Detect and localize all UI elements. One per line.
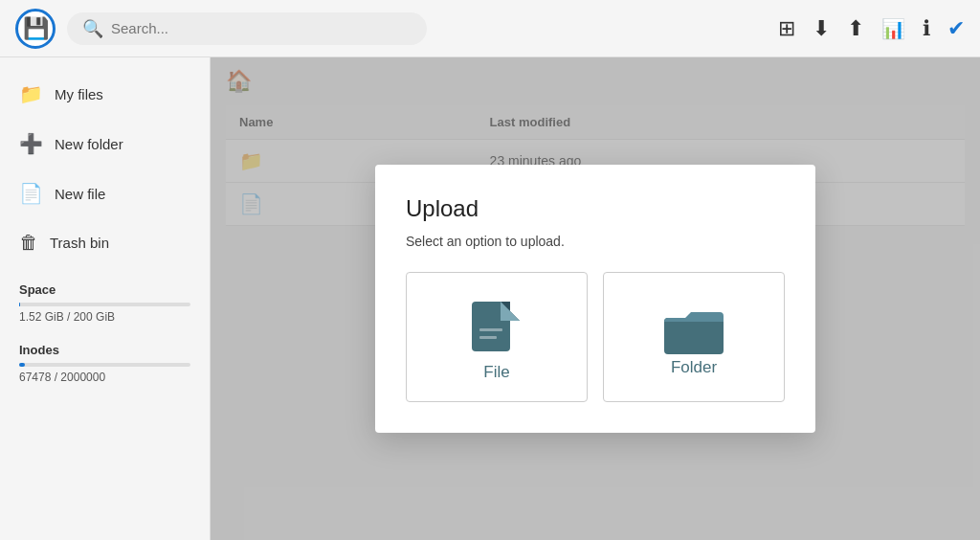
- inodes-fill: [19, 363, 25, 367]
- add-folder-icon: ➕: [19, 132, 43, 155]
- sidebar-item-label: New file: [55, 186, 105, 202]
- sidebar: 📁 My files ➕ New folder 📄 New file 🗑 Tra…: [0, 57, 211, 540]
- sidebar-item-my-files[interactable]: 📁 My files: [0, 69, 210, 119]
- inodes-bar: [19, 363, 190, 367]
- grid-view-icon[interactable]: ⊞: [778, 16, 795, 41]
- folder-icon: 📁: [19, 82, 43, 105]
- sidebar-item-label: My files: [55, 86, 103, 102]
- download-icon[interactable]: ⬇: [813, 16, 830, 41]
- sidebar-item-label: Trash bin: [50, 235, 109, 251]
- content-area: 🏠 Name Last modified 📁 23 minutes ago: [211, 57, 980, 540]
- svg-rect-4: [479, 336, 497, 339]
- search-icon: 🔍: [82, 18, 103, 39]
- dialog-subtitle: Select an option to upload.: [406, 234, 785, 249]
- upload-folder-option[interactable]: Folder: [603, 272, 785, 402]
- search-input[interactable]: [111, 20, 412, 36]
- add-file-icon: 📄: [19, 182, 43, 205]
- check-icon[interactable]: ✔: [947, 16, 965, 41]
- upload-dialog: Upload Select an option to upload. File: [375, 165, 815, 433]
- svg-rect-5: [664, 318, 724, 354]
- search-bar[interactable]: 🔍: [67, 12, 427, 45]
- folder-option-label: Folder: [671, 358, 717, 377]
- modal-overlay[interactable]: Upload Select an option to upload. File: [211, 57, 980, 540]
- sidebar-item-new-file[interactable]: 📄 New file: [0, 169, 210, 218]
- space-label: Space: [19, 282, 190, 297]
- storage-bar: [19, 303, 190, 306]
- logo-icon: 💾: [23, 16, 49, 41]
- sidebar-item-trash-bin[interactable]: 🗑 Trash bin: [0, 218, 210, 267]
- trash-icon: 🗑: [19, 232, 38, 254]
- dialog-title: Upload: [406, 195, 785, 222]
- storage-text: 1.52 GiB / 200 GiB: [19, 310, 190, 324]
- inodes-text: 67478 / 2000000: [19, 371, 190, 384]
- upload-file-option[interactable]: File: [406, 272, 588, 402]
- sidebar-item-new-folder[interactable]: ➕ New folder: [0, 119, 210, 169]
- file-option-label: File: [483, 363, 509, 382]
- folder-upload-icon: [662, 304, 725, 358]
- header: 💾 🔍 ⊞ ⬇ ⬆ 📊 ℹ ✔: [0, 0, 980, 57]
- sidebar-item-label: New folder: [55, 136, 123, 152]
- upload-options: File Folder: [406, 272, 785, 402]
- storage-fill: [19, 303, 20, 306]
- inodes-label: Inodes: [19, 343, 190, 357]
- app-logo: 💾: [15, 9, 56, 49]
- chart-icon[interactable]: 📊: [881, 17, 905, 40]
- info-icon[interactable]: ℹ: [923, 16, 930, 41]
- header-actions: ⊞ ⬇ ⬆ 📊 ℹ ✔: [778, 16, 965, 41]
- upload-icon[interactable]: ⬆: [847, 16, 864, 41]
- file-upload-icon: [470, 300, 523, 363]
- main-layout: 📁 My files ➕ New folder 📄 New file 🗑 Tra…: [0, 57, 980, 540]
- svg-rect-3: [479, 328, 502, 331]
